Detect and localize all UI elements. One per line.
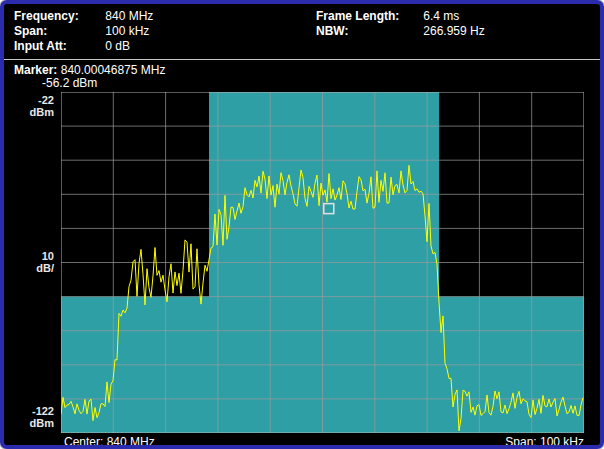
nbw-row: NBW: 266.959 Hz [316,24,485,39]
header-right: Frame Length: 6.4 ms NBW: 266.959 Hz [316,9,485,39]
span-value: 100 kHz [105,24,149,38]
frame-length-row: Frame Length: 6.4 ms [316,9,485,24]
nbw-value: 266.959 Hz [423,24,484,38]
frequency-row: Frequency: 840 MHz [14,9,153,24]
spectrum-plot-area [61,92,584,433]
marker-label: Marker: [14,63,57,77]
span-annotation: Span: 100 kHz [505,435,584,449]
frame-length-label: Frame Length: [316,9,420,24]
frame-length-value: 6.4 ms [423,9,459,23]
header-separator [4,59,600,60]
marker-readout: Marker: 840.00046875 MHz [14,63,165,77]
span-label: Span: [14,24,102,39]
marker-frequency-value: 840.00046875 MHz [61,63,166,77]
input-att-label: Input Att: [14,39,102,54]
y-axis-scale-label: 10 dB/ [14,250,54,274]
y-axis-ref-level-label: -22 dBm [14,94,54,118]
input-att-row: Input Att: 0 dB [14,39,153,54]
frequency-label: Frequency: [14,9,102,24]
y-axis-bottom-level-label: -122 dBm [14,405,54,429]
center-frequency-annotation: Center: 840 MHz [64,435,155,449]
marker-level-value: -56.2 dBm [42,76,97,90]
span-row: Span: 100 kHz [14,24,153,39]
input-att-value: 0 dB [105,39,130,53]
spectrum-analyzer-screen: Frequency: 840 MHz Span: 100 kHz Input A… [0,0,604,449]
frequency-value: 840 MHz [105,9,153,23]
nbw-label: NBW: [316,24,420,39]
header-left: Frequency: 840 MHz Span: 100 kHz Input A… [14,9,153,54]
